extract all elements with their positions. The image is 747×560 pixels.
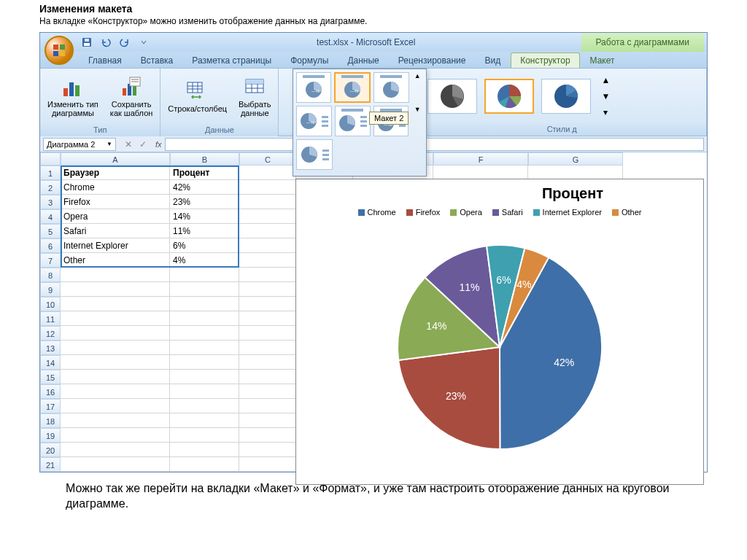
cell[interactable] <box>239 384 296 399</box>
cell[interactable] <box>239 282 296 297</box>
cell[interactable] <box>61 355 170 370</box>
chart-style-2[interactable] <box>484 79 534 114</box>
cell[interactable] <box>170 399 239 413</box>
cell[interactable] <box>239 180 296 195</box>
styles-scroll-up-icon[interactable]: ▲ <box>598 73 613 88</box>
save-as-template-button[interactable]: Сохранить как шаблон <box>106 70 158 122</box>
qat-dropdown-icon[interactable] <box>136 35 151 50</box>
cell[interactable] <box>61 384 170 399</box>
pie-chart[interactable]: 42%23%14%11%6%4% <box>379 227 620 467</box>
cell[interactable] <box>528 166 623 180</box>
row-header[interactable]: 21 <box>40 457 61 472</box>
layout-option-1[interactable]: —% <box>296 72 331 103</box>
cell[interactable]: 6% <box>170 238 239 253</box>
cell[interactable]: 4% <box>170 253 239 268</box>
styles-more-icon[interactable]: ▾ <box>598 105 613 120</box>
cell[interactable]: Chrome <box>61 180 170 195</box>
cell[interactable]: Internet Explorer <box>61 238 170 253</box>
cell[interactable] <box>239 311 296 326</box>
select-all-corner[interactable] <box>40 152 61 166</box>
row-header[interactable]: 8 <box>40 268 61 282</box>
layout-option-2[interactable]: —% <box>334 72 371 103</box>
cell[interactable] <box>239 428 296 443</box>
cell[interactable] <box>239 326 296 341</box>
row-header[interactable]: 9 <box>40 282 61 297</box>
cell[interactable] <box>170 384 239 399</box>
column-header-C[interactable]: C <box>239 152 296 166</box>
row-header[interactable]: 4 <box>40 209 61 224</box>
gallery-scroll-up-icon[interactable]: ▲ <box>412 72 423 79</box>
cell[interactable] <box>170 326 239 341</box>
tab-insert[interactable]: Вставка <box>132 53 182 68</box>
cell[interactable] <box>239 457 296 472</box>
tab-data[interactable]: Данные <box>338 53 387 68</box>
office-button[interactable] <box>44 36 74 65</box>
row-header[interactable]: 6 <box>40 238 61 253</box>
column-header-F[interactable]: F <box>433 152 528 166</box>
cell[interactable]: 11% <box>170 224 239 238</box>
cell[interactable]: Процент <box>170 166 239 180</box>
row-header[interactable]: 15 <box>40 370 61 384</box>
tab-view[interactable]: Вид <box>476 53 509 68</box>
formula-input[interactable] <box>165 138 704 151</box>
cell[interactable] <box>239 413 296 428</box>
gallery-scroll-down-icon[interactable]: ▼ <box>411 106 423 113</box>
row-header[interactable]: 1 <box>40 166 61 180</box>
tab-layout[interactable]: Макет <box>581 53 624 68</box>
row-header[interactable]: 19 <box>40 428 61 443</box>
cell[interactable] <box>61 457 170 472</box>
cell[interactable]: 14% <box>170 209 239 224</box>
cell[interactable] <box>61 268 170 282</box>
redo-icon[interactable] <box>117 35 132 50</box>
column-header-A[interactable]: A <box>61 152 170 166</box>
chart-style-1[interactable] <box>427 79 477 114</box>
cell[interactable] <box>61 443 170 457</box>
cell[interactable]: Other <box>61 253 170 268</box>
row-header[interactable]: 7 <box>40 253 61 268</box>
cell[interactable] <box>61 297 170 311</box>
cell[interactable] <box>61 282 170 297</box>
cell[interactable]: 42% <box>170 180 239 195</box>
cell[interactable] <box>61 326 170 341</box>
chart-title[interactable]: Процент <box>442 179 703 205</box>
layout-option-3[interactable] <box>374 72 409 103</box>
row-header[interactable]: 10 <box>40 297 61 311</box>
row-header[interactable]: 16 <box>40 384 61 399</box>
cell[interactable] <box>170 297 239 311</box>
cell[interactable] <box>239 297 296 311</box>
tab-page-layout[interactable]: Разметка страницы <box>183 53 280 68</box>
cell[interactable] <box>239 399 296 413</box>
column-header-B[interactable]: B <box>170 152 239 166</box>
cell[interactable]: Opera <box>61 209 170 224</box>
cell[interactable] <box>61 413 170 428</box>
cell[interactable] <box>170 370 239 384</box>
chart-style-3[interactable] <box>541 79 591 114</box>
cell[interactable] <box>239 224 296 238</box>
tab-formulas[interactable]: Формулы <box>282 53 337 68</box>
select-data-button[interactable]: Выбрать данные <box>234 70 275 122</box>
layout-option-4[interactable]: —% <box>296 106 332 136</box>
cell[interactable] <box>170 355 239 370</box>
tab-review[interactable]: Рецензирование <box>390 53 475 68</box>
layout-option-7[interactable] <box>296 139 333 170</box>
cell[interactable] <box>239 370 296 384</box>
row-header[interactable]: 20 <box>40 443 61 457</box>
tab-design[interactable]: Конструктор <box>511 52 579 68</box>
cell[interactable]: 23% <box>170 195 239 209</box>
row-header[interactable]: 13 <box>40 341 61 355</box>
column-header-G[interactable]: G <box>528 152 623 166</box>
chart-object[interactable]: Процент ChromeFirefoxOperaSafariInternet… <box>295 179 704 485</box>
cell[interactable] <box>239 195 296 209</box>
fx-icon[interactable]: fx <box>152 140 165 149</box>
cell[interactable]: Firefox <box>61 195 170 209</box>
cell[interactable]: Браузер <box>61 166 170 180</box>
cell[interactable] <box>433 166 528 180</box>
cell[interactable]: Safari <box>61 224 170 238</box>
row-header[interactable]: 5 <box>40 224 61 238</box>
layout-option-5[interactable] <box>335 106 371 136</box>
cell[interactable] <box>170 428 239 443</box>
cell[interactable] <box>239 268 296 282</box>
cell[interactable] <box>239 209 296 224</box>
row-header[interactable]: 14 <box>40 355 61 370</box>
switch-row-col-button[interactable]: Строка/столбец <box>163 70 231 122</box>
